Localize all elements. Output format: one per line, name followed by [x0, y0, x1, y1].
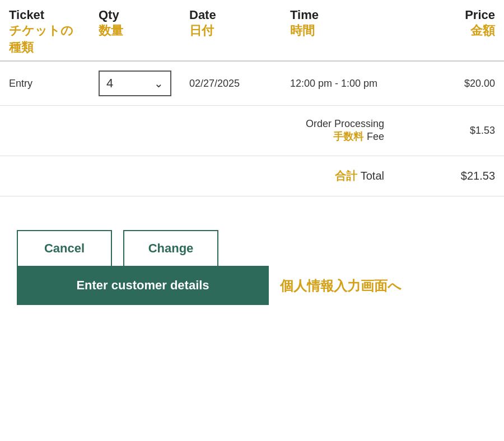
time-cell: 12:00 pm - 1:00 pm	[281, 61, 393, 106]
chevron-down-icon: ⌄	[154, 77, 164, 90]
buttons-section: Cancel Change Enter customer details 個人情…	[0, 196, 504, 305]
ticket-type-cell: Entry	[0, 61, 90, 106]
total-label-en: Total	[361, 170, 384, 182]
qty-selector[interactable]: 4 ⌄	[99, 71, 171, 96]
price-header: Price 金額	[393, 0, 504, 61]
change-button[interactable]: Change	[123, 230, 218, 267]
top-buttons: Cancel Change	[17, 230, 218, 267]
qty-cell[interactable]: 4 ⌄	[90, 61, 180, 106]
ticket-header: Ticket チケットの種類	[0, 0, 90, 61]
fee-label-en2: Fee	[367, 131, 384, 143]
cancel-button[interactable]: Cancel	[17, 230, 112, 267]
fee-amount-cell: $1.53	[393, 106, 504, 156]
fee-row: Order Processing 手数料 Fee $1.53	[0, 106, 504, 156]
price-cell: $20.00	[393, 61, 504, 106]
qty-value: 4	[106, 76, 113, 91]
total-amount-cell: $21.53	[393, 156, 504, 196]
date-header: Date 日付	[180, 0, 281, 61]
fee-label-en: Order Processing	[306, 118, 384, 130]
total-label-cell: 合計 Total	[0, 156, 393, 196]
qty-header: Qty 数量	[90, 0, 180, 61]
enter-details-button[interactable]: Enter customer details	[17, 266, 269, 305]
fee-label-jp: 手数料	[333, 130, 363, 143]
date-cell: 02/27/2025	[180, 61, 281, 106]
table-row: Entry 4 ⌄ 02/27/2025 12:00 pm - 1:00 pm …	[0, 61, 504, 106]
total-label-jp: 合計	[335, 168, 357, 184]
time-header: Time 時間	[281, 0, 393, 61]
fee-label-cell: Order Processing 手数料 Fee	[0, 106, 393, 156]
table-header: Ticket チケットの種類 Qty 数量 Date 日付 Time 時間 Pr…	[0, 0, 504, 61]
bottom-row: Enter customer details 個人情報入力画面へ	[17, 267, 402, 305]
enter-details-jp-label: 個人情報入力画面へ	[280, 277, 402, 295]
total-row: 合計 Total $21.53	[0, 156, 504, 196]
